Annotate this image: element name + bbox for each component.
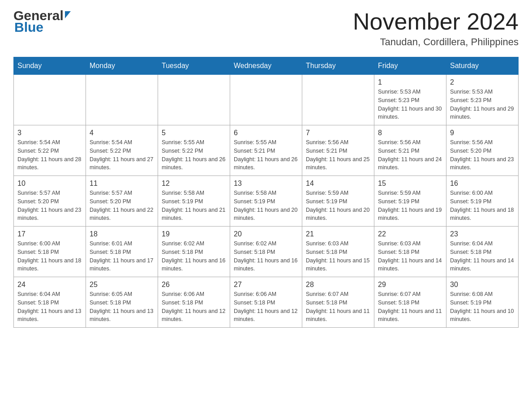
day-info: Sunrise: 5:56 AMSunset: 5:21 PMDaylight:… bbox=[306, 138, 370, 172]
calendar-cell: 12Sunrise: 5:58 AMSunset: 5:19 PMDayligh… bbox=[158, 176, 230, 227]
day-info: Sunrise: 5:59 AMSunset: 5:19 PMDaylight:… bbox=[306, 189, 370, 223]
calendar-cell: 18Sunrise: 6:01 AMSunset: 5:18 PMDayligh… bbox=[86, 227, 158, 277]
calendar-cell: 19Sunrise: 6:02 AMSunset: 5:18 PMDayligh… bbox=[158, 227, 230, 277]
calendar-header-row: SundayMondayTuesdayWednesdayThursdayFrid… bbox=[14, 57, 519, 75]
day-info: Sunrise: 5:54 AMSunset: 5:22 PMDaylight:… bbox=[17, 138, 82, 172]
calendar-cell bbox=[14, 75, 86, 125]
day-info: Sunrise: 5:56 AMSunset: 5:20 PMDaylight:… bbox=[450, 138, 515, 172]
week-row-2: 3Sunrise: 5:54 AMSunset: 5:22 PMDaylight… bbox=[14, 125, 519, 176]
day-number: 25 bbox=[90, 281, 154, 289]
day-info: Sunrise: 6:04 AMSunset: 5:18 PMDaylight:… bbox=[450, 240, 515, 273]
calendar-header-sunday: Sunday bbox=[14, 57, 86, 75]
calendar-cell: 30Sunrise: 6:08 AMSunset: 5:19 PMDayligh… bbox=[446, 277, 519, 328]
day-info: Sunrise: 5:54 AMSunset: 5:22 PMDaylight:… bbox=[90, 138, 154, 172]
day-number: 12 bbox=[162, 180, 226, 188]
day-number: 19 bbox=[162, 230, 226, 238]
day-number: 29 bbox=[378, 281, 442, 289]
day-number: 4 bbox=[90, 129, 154, 137]
day-number: 13 bbox=[234, 180, 298, 188]
calendar-cell: 1Sunrise: 5:53 AMSunset: 5:23 PMDaylight… bbox=[374, 75, 446, 125]
calendar-cell bbox=[302, 75, 374, 125]
day-info: Sunrise: 5:58 AMSunset: 5:19 PMDaylight:… bbox=[234, 189, 298, 223]
day-info: Sunrise: 6:05 AMSunset: 5:18 PMDaylight:… bbox=[90, 290, 154, 324]
calendar-cell: 15Sunrise: 5:59 AMSunset: 5:19 PMDayligh… bbox=[374, 176, 446, 227]
calendar-header-friday: Friday bbox=[374, 57, 446, 75]
day-number: 8 bbox=[378, 129, 442, 137]
day-number: 16 bbox=[450, 180, 515, 188]
day-info: Sunrise: 6:00 AMSunset: 5:18 PMDaylight:… bbox=[17, 240, 82, 273]
day-info: Sunrise: 6:08 AMSunset: 5:19 PMDaylight:… bbox=[450, 290, 515, 324]
day-number: 23 bbox=[450, 230, 515, 238]
day-number: 2 bbox=[450, 78, 515, 86]
calendar-cell: 11Sunrise: 5:57 AMSunset: 5:20 PMDayligh… bbox=[86, 176, 158, 227]
day-info: Sunrise: 6:06 AMSunset: 5:18 PMDaylight:… bbox=[162, 290, 226, 324]
day-info: Sunrise: 5:53 AMSunset: 5:23 PMDaylight:… bbox=[450, 88, 515, 121]
calendar-cell: 6Sunrise: 5:55 AMSunset: 5:21 PMDaylight… bbox=[230, 125, 302, 176]
calendar-table: SundayMondayTuesdayWednesdayThursdayFrid… bbox=[13, 57, 519, 328]
calendar-header-thursday: Thursday bbox=[302, 57, 374, 75]
day-number: 27 bbox=[234, 281, 298, 289]
calendar-cell: 13Sunrise: 5:58 AMSunset: 5:19 PMDayligh… bbox=[230, 176, 302, 227]
day-info: Sunrise: 5:58 AMSunset: 5:19 PMDaylight:… bbox=[162, 189, 226, 223]
calendar-cell: 20Sunrise: 6:02 AMSunset: 5:18 PMDayligh… bbox=[230, 227, 302, 277]
calendar-cell: 10Sunrise: 5:57 AMSunset: 5:20 PMDayligh… bbox=[14, 176, 86, 227]
calendar-header-wednesday: Wednesday bbox=[230, 57, 302, 75]
calendar-cell: 21Sunrise: 6:03 AMSunset: 5:18 PMDayligh… bbox=[302, 227, 374, 277]
day-info: Sunrise: 6:00 AMSunset: 5:19 PMDaylight:… bbox=[450, 189, 515, 223]
day-info: Sunrise: 6:06 AMSunset: 5:18 PMDaylight:… bbox=[234, 290, 298, 324]
day-info: Sunrise: 6:03 AMSunset: 5:18 PMDaylight:… bbox=[378, 240, 442, 273]
calendar-cell: 25Sunrise: 6:05 AMSunset: 5:18 PMDayligh… bbox=[86, 277, 158, 328]
day-number: 11 bbox=[90, 180, 154, 188]
day-number: 10 bbox=[17, 180, 82, 188]
calendar-cell: 27Sunrise: 6:06 AMSunset: 5:18 PMDayligh… bbox=[230, 277, 302, 328]
day-number: 15 bbox=[378, 180, 442, 188]
logo-arrow-icon bbox=[65, 11, 71, 18]
calendar-cell: 14Sunrise: 5:59 AMSunset: 5:19 PMDayligh… bbox=[302, 176, 374, 227]
week-row-5: 24Sunrise: 6:04 AMSunset: 5:18 PMDayligh… bbox=[14, 277, 519, 328]
page-header: General Blue November 2024 Tanudan, Cord… bbox=[13, 9, 519, 48]
calendar-cell: 9Sunrise: 5:56 AMSunset: 5:20 PMDaylight… bbox=[446, 125, 519, 176]
calendar-cell: 8Sunrise: 5:56 AMSunset: 5:21 PMDaylight… bbox=[374, 125, 446, 176]
day-info: Sunrise: 5:56 AMSunset: 5:21 PMDaylight:… bbox=[378, 138, 442, 172]
day-number: 26 bbox=[162, 281, 226, 289]
calendar-cell: 5Sunrise: 5:55 AMSunset: 5:22 PMDaylight… bbox=[158, 125, 230, 176]
location-title: Tanudan, Cordillera, Philippines bbox=[353, 36, 519, 48]
day-number: 1 bbox=[378, 78, 442, 86]
day-info: Sunrise: 6:07 AMSunset: 5:18 PMDaylight:… bbox=[306, 290, 370, 324]
calendar-cell: 29Sunrise: 6:07 AMSunset: 5:18 PMDayligh… bbox=[374, 277, 446, 328]
day-info: Sunrise: 6:02 AMSunset: 5:18 PMDaylight:… bbox=[234, 240, 298, 273]
week-row-4: 17Sunrise: 6:00 AMSunset: 5:18 PMDayligh… bbox=[14, 227, 519, 277]
calendar-header-monday: Monday bbox=[86, 57, 158, 75]
day-number: 6 bbox=[234, 129, 298, 137]
logo: General Blue bbox=[13, 9, 71, 35]
month-title: November 2024 bbox=[353, 9, 519, 34]
day-info: Sunrise: 6:03 AMSunset: 5:18 PMDaylight:… bbox=[306, 240, 370, 273]
day-info: Sunrise: 6:02 AMSunset: 5:18 PMDaylight:… bbox=[162, 240, 226, 273]
day-number: 7 bbox=[306, 129, 370, 137]
calendar-cell: 17Sunrise: 6:00 AMSunset: 5:18 PMDayligh… bbox=[14, 227, 86, 277]
calendar-cell: 26Sunrise: 6:06 AMSunset: 5:18 PMDayligh… bbox=[158, 277, 230, 328]
day-number: 3 bbox=[17, 129, 82, 137]
day-number: 14 bbox=[306, 180, 370, 188]
day-number: 17 bbox=[17, 230, 82, 238]
day-info: Sunrise: 5:55 AMSunset: 5:21 PMDaylight:… bbox=[234, 138, 298, 172]
day-number: 18 bbox=[90, 230, 154, 238]
calendar-cell bbox=[86, 75, 158, 125]
day-number: 28 bbox=[306, 281, 370, 289]
week-row-1: 1Sunrise: 5:53 AMSunset: 5:23 PMDaylight… bbox=[14, 75, 519, 125]
day-number: 24 bbox=[17, 281, 82, 289]
calendar-header-tuesday: Tuesday bbox=[158, 57, 230, 75]
day-info: Sunrise: 5:59 AMSunset: 5:19 PMDaylight:… bbox=[378, 189, 442, 223]
day-info: Sunrise: 6:04 AMSunset: 5:18 PMDaylight:… bbox=[17, 290, 82, 324]
day-info: Sunrise: 6:01 AMSunset: 5:18 PMDaylight:… bbox=[90, 240, 154, 273]
calendar-cell: 22Sunrise: 6:03 AMSunset: 5:18 PMDayligh… bbox=[374, 227, 446, 277]
day-number: 5 bbox=[162, 129, 226, 137]
day-number: 30 bbox=[450, 281, 515, 289]
day-info: Sunrise: 6:07 AMSunset: 5:18 PMDaylight:… bbox=[378, 290, 442, 324]
calendar-cell: 23Sunrise: 6:04 AMSunset: 5:18 PMDayligh… bbox=[446, 227, 519, 277]
calendar-cell: 4Sunrise: 5:54 AMSunset: 5:22 PMDaylight… bbox=[86, 125, 158, 176]
day-number: 20 bbox=[234, 230, 298, 238]
calendar-cell: 2Sunrise: 5:53 AMSunset: 5:23 PMDaylight… bbox=[446, 75, 519, 125]
calendar-cell: 28Sunrise: 6:07 AMSunset: 5:18 PMDayligh… bbox=[302, 277, 374, 328]
title-block: November 2024 Tanudan, Cordillera, Phili… bbox=[353, 9, 519, 48]
